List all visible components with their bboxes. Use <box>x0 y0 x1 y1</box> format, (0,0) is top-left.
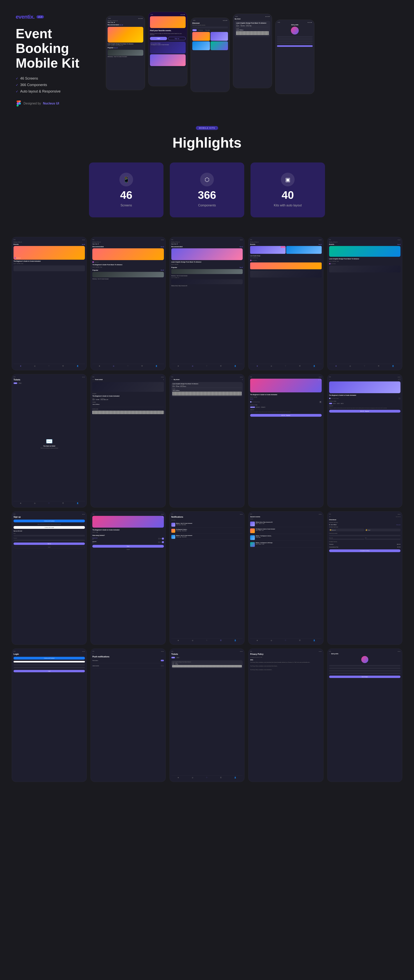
screens-grid-row4: 9:41▲▲▲ Login Continue with Facebook Log… <box>12 649 402 782</box>
highlights-title: Highlights <box>16 135 398 151</box>
hero-phone-3: 9:41▲▲▲ ■ Discover Find your favorite ev… <box>191 18 230 92</box>
feature-autolayout: ✓ Auto layout & Responsive <box>16 89 98 94</box>
screen-events-2: 9:41▲▲▲ Monday, 18 Dec 21 Events See all… <box>248 237 323 370</box>
components-number: 366 <box>198 189 216 200</box>
screens-grid-row1: 9:41▲▲▲ Monday, 18 Dec 21 Events See all… <box>12 237 402 370</box>
screen-push-notifications: 9:41▲▲▲ ← Push notifications Reminders L… <box>91 649 166 782</box>
highlight-card-kits: ▣ 40 Kits with auto layout <box>250 162 325 217</box>
feature-screens: ✓ 46 Screens <box>16 76 98 81</box>
screen-recommended-2: 9:41▲▲▲ Monday, 18 Dec 21 New York ▼ Rec… <box>170 237 244 370</box>
screens-icon: 📱 <box>119 173 133 186</box>
screen-edit-profile-2: 9:41▲▲▲ ← Edit profile Save changes <box>327 649 402 782</box>
nucleus-ui-link[interactable]: Nucleus UI <box>43 102 59 105</box>
feature-components: ✓ 366 Components <box>16 83 98 87</box>
screens-label: Screens <box>121 204 132 207</box>
components-icon: ⬡ <box>200 173 214 186</box>
hero-title: Event Booking Mobile Kit <box>16 26 98 70</box>
hero-phones: 9:41▲▲▲ ■ Monday, 18 Dec 21 New York ▼ R… <box>106 12 398 94</box>
screen-saved-events: 9:41▲▲▲ Saved events 4 events Webinar Se… <box>248 511 323 644</box>
screen-ticket-detail: 9:41▲▲▲ ← Ticket detail ↑ EVENT The Begi… <box>91 374 166 508</box>
mobile-kits-badge: MOBILE KITS <box>196 126 218 130</box>
version-badge: v1.0 <box>37 15 44 18</box>
screen-my-ticket: 9:41▲▲▲ ← My ticket ↑ Learn Graphic Desi… <box>170 374 244 508</box>
screen-tickets-empty: 9:41▲▲▲ Tickets Live Past ✉️ You have no… <box>12 374 87 508</box>
components-label: Components <box>198 204 216 207</box>
logo-text: eventix. <box>16 14 35 20</box>
kits-number: 40 <box>282 189 294 200</box>
hero-phone-4: 9:41▲▲▲ ■ My ticket Learn Graphic Design… <box>233 14 272 88</box>
check-icon-2: ✓ <box>16 83 18 87</box>
highlight-card-components: ⬡ 366 Components <box>170 162 244 217</box>
screen-checkout: 9:41▲▲▲ ← Time left 7:34 Checkout CONTAC… <box>327 511 402 644</box>
hero-phone-2: 9:41▲▲▲ ■ Find your favorite events. Eve… <box>148 12 187 86</box>
screen-login: 9:41▲▲▲ Login Continue with Facebook Log… <box>12 649 87 782</box>
screens-grid-row3: 9:41▲▲▲ Sign up Continue with Facebook S… <box>12 511 402 644</box>
highlight-card-screens: 📱 46 Screens <box>89 162 164 217</box>
screens-section-row1: 9:41▲▲▲ Monday, 18 Dec 21 Events See all… <box>0 229 414 794</box>
screen-tickets-2: 9:41▲▲▲ Tickets Live Past Learn Graphic … <box>170 649 244 782</box>
screen-events-3: 9:41▲▲▲ Monday, 18 Dec 21 Events See all… <box>327 237 402 370</box>
screen-event-detail-2: 9:41▲▲▲ ← ↑ ♡ The Beginner's Guide to Cr… <box>327 374 402 508</box>
hero-features: ✓ 46 Screens ✓ 366 Components ✓ Auto lay… <box>16 76 98 94</box>
highlights-section: MOBILE KITS Highlights 📱 46 Screens ⬡ 36… <box>0 114 414 229</box>
check-icon-1: ✓ <box>16 76 18 80</box>
highlights-cards: 📱 46 Screens ⬡ 366 Components ▣ 40 Kits … <box>16 162 398 217</box>
screen-events-1: 9:41▲▲▲ Monday, 18 Dec 21 Events See all… <box>12 237 87 370</box>
check-icon-3: ✓ <box>16 89 18 93</box>
screen-event-tickets: 9:41▲▲▲ ♡ The Beginner's Guide to Create… <box>91 511 166 644</box>
screen-signup: 9:41▲▲▲ Sign up Continue with Facebook S… <box>12 511 87 644</box>
screen-recommended-1: 9:41▲▲▲ Monday, 18 Dec 21 New York ▼ Rec… <box>91 237 166 370</box>
hero-left: eventix. v1.0 Event Booking Mobile Kit ✓… <box>16 12 98 107</box>
logo-area: eventix. v1.0 <box>16 14 98 20</box>
designed-by-label: Designed by <box>24 102 41 105</box>
designed-by: Designed by Nucleus UI <box>16 100 98 107</box>
hero-section: eventix. v1.0 Event Booking Mobile Kit ✓… <box>0 0 414 114</box>
hero-phone-5: 9:41▲▲▲ ■ Edit profile <box>275 20 314 94</box>
kits-icon: ▣ <box>281 173 295 186</box>
screens-grid-row2: 9:41▲▲▲ Tickets Live Past ✉️ You have no… <box>12 374 402 508</box>
kits-label: Kits with auto layout <box>274 204 302 207</box>
screen-privacy-policy: 9:41▲▲▲ Privacy Policy Last Updated: Dec… <box>248 649 323 782</box>
screens-number: 46 <box>120 189 132 200</box>
hero-phone-1: 9:41▲▲▲ ■ Monday, 18 Dec 21 New York ▼ R… <box>106 16 145 90</box>
screen-event-detail-1: 9:41▲▲▲ ↑ ♡ The Beginner's Guide to Crea… <box>248 374 323 508</box>
screen-notifications: 9:41▲▲▲ Notifications 3 new ticket Webin… <box>170 511 244 644</box>
